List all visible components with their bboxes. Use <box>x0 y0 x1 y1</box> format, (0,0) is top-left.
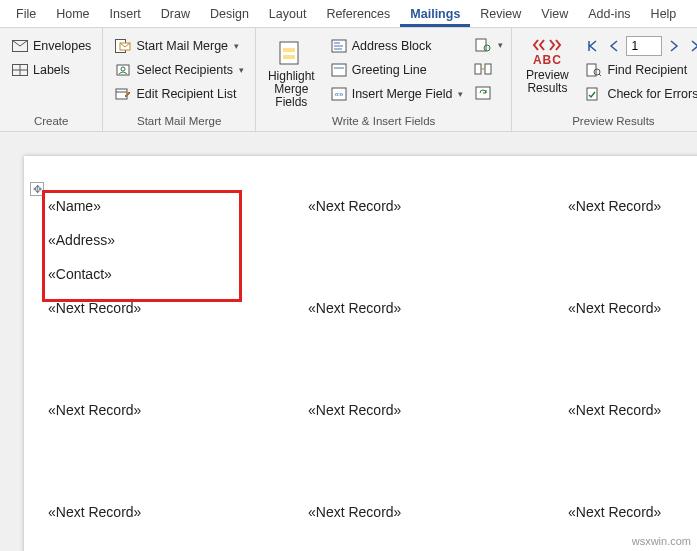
prev-record-button[interactable] <box>604 36 624 56</box>
next-record-field: «Next Record» <box>48 504 308 520</box>
envelope-icon <box>11 37 29 55</box>
chevron-down-icon: ▾ <box>239 65 244 75</box>
select-recipients-label: Select Recipients <box>136 63 233 77</box>
tab-home[interactable]: Home <box>46 3 99 27</box>
tab-file[interactable]: File <box>6 3 46 27</box>
update-labels-icon <box>474 84 492 102</box>
record-number-input[interactable] <box>626 36 662 56</box>
label-cell[interactable]: «Next Record» <box>308 298 568 400</box>
tab-references[interactable]: References <box>316 3 400 27</box>
tab-review[interactable]: Review <box>470 3 531 27</box>
label-cell[interactable]: «Next Record» <box>48 502 308 551</box>
address-block-button[interactable]: Address Block <box>327 36 467 56</box>
edit-recipient-list-button[interactable]: Edit Recipient List <box>111 84 247 104</box>
last-record-button[interactable] <box>686 36 697 56</box>
label-cell[interactable]: «Next Record» <box>308 502 568 551</box>
insert-field-icon: «» <box>330 85 348 103</box>
next-record-field: «Next Record» <box>568 300 697 316</box>
page[interactable]: ✥ «Name» «Address» «Contact» «Next Recor… <box>24 156 697 551</box>
preview-results-button[interactable]: ABC Preview Results <box>520 36 574 98</box>
find-recipient-label: Find Recipient <box>607 63 687 77</box>
label-cell[interactable]: «Next Record» <box>308 196 568 298</box>
insert-merge-field-label: Insert Merge Field <box>352 87 453 101</box>
group-create: Envelopes Labels Create <box>0 28 103 131</box>
highlight-merge-fields-button[interactable]: Highlight Merge Fields <box>264 36 319 112</box>
next-record-field: «Next Record» <box>308 300 568 316</box>
svg-rect-29 <box>587 88 597 100</box>
rules-icon <box>474 36 492 54</box>
start-mail-merge-label: Start Mail Merge <box>136 39 228 53</box>
label-cell[interactable]: «Next Record» <box>308 400 568 502</box>
greeting-icon <box>330 61 348 79</box>
tab-addins[interactable]: Add-ins <box>578 3 640 27</box>
edit-recipient-list-label: Edit Recipient List <box>136 87 236 101</box>
group-start-mail-merge: Start Mail Merge ▾ Select Recipients ▾ E… <box>103 28 256 131</box>
group-create-label: Create <box>8 115 94 129</box>
document-area: ✥ «Name» «Address» «Contact» «Next Recor… <box>0 132 697 551</box>
next-record-field: «Next Record» <box>308 504 568 520</box>
svg-rect-23 <box>475 64 481 74</box>
tab-draw[interactable]: Draw <box>151 3 200 27</box>
group-write-label: Write & Insert Fields <box>264 115 503 129</box>
label-cell[interactable]: «Next Record» <box>48 298 308 400</box>
labels-button[interactable]: Labels <box>8 60 94 80</box>
next-record-field: «Next Record» <box>48 300 308 316</box>
highlight-label: Highlight Merge Fields <box>268 70 315 110</box>
svg-text:«»: «» <box>334 90 343 99</box>
find-recipient-button[interactable]: Find Recipient <box>582 60 697 80</box>
rules-button[interactable]: ▾ <box>474 36 503 54</box>
match-fields-icon <box>474 60 492 78</box>
merge-field-name: «Name» <box>48 198 308 214</box>
ribbon: Envelopes Labels Create Start Mail M <box>0 28 697 132</box>
tab-view[interactable]: View <box>531 3 578 27</box>
tab-help[interactable]: Help <box>641 3 687 27</box>
update-labels-button[interactable] <box>474 84 503 102</box>
highlight-icon <box>276 38 306 68</box>
label-cell[interactable]: «Name» «Address» «Contact» <box>48 196 308 298</box>
insert-merge-field-button[interactable]: «» Insert Merge Field ▾ <box>327 84 467 104</box>
label-cell[interactable]: «Next Record» <box>568 400 697 502</box>
preview-chevrons-icon <box>532 38 562 52</box>
tab-layout[interactable]: Layout <box>259 3 317 27</box>
address-block-icon <box>330 37 348 55</box>
greeting-line-button[interactable]: Greeting Line <box>327 60 467 80</box>
match-fields-button[interactable] <box>474 60 503 78</box>
next-record-field: «Next Record» <box>48 402 308 418</box>
envelopes-label: Envelopes <box>33 39 91 53</box>
next-record-button[interactable] <box>664 36 684 56</box>
chevron-down-icon: ▾ <box>498 40 503 50</box>
next-record-field: «Next Record» <box>568 198 697 214</box>
tab-mailings[interactable]: Mailings <box>400 3 470 27</box>
svg-rect-24 <box>485 64 491 74</box>
ribbon-tabs: File Home Insert Draw Design Layout Refe… <box>0 0 697 28</box>
recipients-icon <box>114 61 132 79</box>
next-record-field: «Next Record» <box>568 402 697 418</box>
select-recipients-button[interactable]: Select Recipients ▾ <box>111 60 247 80</box>
labels-grid: «Name» «Address» «Contact» «Next Record»… <box>48 196 697 551</box>
tab-insert[interactable]: Insert <box>100 3 151 27</box>
merge-field-address: «Address» <box>48 232 308 248</box>
table-anchor-icon[interactable]: ✥ <box>30 182 44 196</box>
search-icon <box>585 61 603 79</box>
address-block-label: Address Block <box>352 39 432 53</box>
label-cell[interactable]: «Next Record» <box>48 400 308 502</box>
tab-design[interactable]: Design <box>200 3 259 27</box>
svg-rect-11 <box>283 48 295 52</box>
record-nav <box>582 36 697 56</box>
labels-label: Labels <box>33 63 70 77</box>
svg-rect-17 <box>332 64 346 76</box>
abc-label: ABC <box>533 54 562 67</box>
labels-icon <box>11 61 29 79</box>
tab-foxit[interactable]: Foxit Reade <box>686 3 697 27</box>
check-errors-button[interactable]: Check for Errors <box>582 84 697 104</box>
label-cell[interactable]: «Next Record» <box>568 298 697 400</box>
edit-list-icon <box>114 85 132 103</box>
label-cell[interactable]: «Next Record» <box>568 196 697 298</box>
first-record-button[interactable] <box>582 36 602 56</box>
group-write-insert: Highlight Merge Fields Address Block Gre… <box>256 28 512 131</box>
merge-field-contact: «Contact» <box>48 266 308 282</box>
envelopes-button[interactable]: Envelopes <box>8 36 94 56</box>
svg-rect-12 <box>283 55 295 59</box>
start-mail-merge-button[interactable]: Start Mail Merge ▾ <box>111 36 247 56</box>
next-record-field: «Next Record» <box>568 504 697 520</box>
